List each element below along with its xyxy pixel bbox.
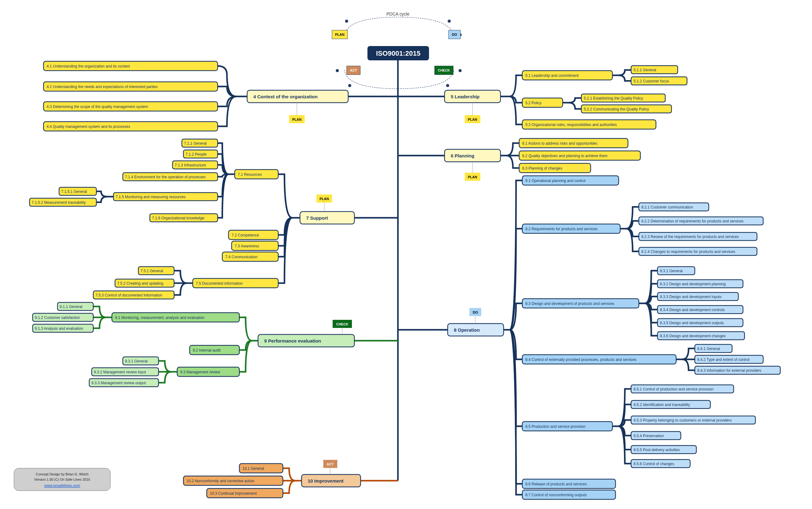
svg-text:5.2.2  Communicating the Quali: 5.2.2 Communicating the Quality Policy [584, 107, 649, 111]
svg-text:5.1    Leadership and commitme: 5.1 Leadership and commitment [525, 73, 579, 78]
svg-text:8.3.5  Design and development : 8.3.5 Design and development outputs [660, 321, 724, 325]
node-5-1-1: 5.1.1 General [631, 66, 678, 74]
svg-text:8.5    Production and service : 8.5 Production and service provision [525, 425, 585, 429]
svg-text:6      Planning: 6 Planning [451, 153, 474, 158]
svg-text:8.6    Release of products and: 8.6 Release of products and services [525, 482, 587, 486]
node-8-5: 8.5 Production and service provision [522, 421, 613, 431]
svg-text:ACT: ACT [350, 68, 357, 72]
node-8-2-2: 8.2.2 Determination of requirements for … [639, 217, 763, 225]
pdca-title: PDCA cycle [386, 11, 409, 16]
section-10: 10 Improvement [301, 474, 361, 487]
svg-text:5      Leadership: 5 Leadership [451, 94, 480, 99]
section-9: 9 Performance evaluation [258, 335, 355, 347]
node-9-3-1: 9.3.1 General [123, 357, 158, 365]
node-8-1: 8.1 Operational planning and control [522, 176, 619, 185]
svg-text:8.1    Operational planning an: 8.1 Operational planning and control [525, 178, 585, 183]
svg-text:7.5.1  General: 7.5.1 General [141, 269, 163, 273]
node-5-1: 5.1 Leadership and commitment [522, 71, 613, 80]
svg-text:7.1.5  Monitoring and measurin: 7.1.5 Monitoring and measuring resources [116, 195, 186, 199]
node-10-2: 10.2 Nonconformity and corrective action [183, 476, 283, 485]
svg-text:DO: DO [452, 33, 457, 36]
svg-point-0 [345, 20, 348, 23]
svg-text:5.3    Organizational roles, r: 5.3 Organizational roles, responsibiliti… [525, 123, 617, 127]
node-8-5-6: 8.5.6 Control of changes [631, 460, 690, 468]
svg-text:4.3    Determining the scope o: 4.3 Determining the scope of the quality… [47, 105, 148, 109]
node-5-2-1: 5.2.1 Establishing the Quality Policy [581, 94, 665, 102]
credits-link[interactable]: www.onsafelines.com [44, 483, 80, 488]
node-8-7: 8.7 Control of nonconforming outputs [522, 490, 616, 499]
svg-text:6.2    Quality objectives and : 6.2 Quality objectives and planning to a… [522, 154, 607, 158]
node-8-4-3: 8.4.3 Information for external providers [695, 366, 780, 374]
node-7-4: 7.4 Communication [222, 252, 278, 261]
svg-text:8.5.2  Identification and trac: 8.5.2 Identification and traceability [634, 403, 690, 407]
node-7-1-4: 7.1.4 Environment for the operation of p… [123, 173, 218, 181]
svg-text:7.4    Communication: 7.4 Communication [225, 255, 257, 259]
svg-text:8.3.6  Design and development : 8.3.6 Design and development changes [660, 334, 726, 338]
svg-text:PLAN: PLAN [468, 175, 477, 179]
svg-text:9.3.1  General: 9.3.1 General [125, 359, 148, 363]
node-8-3-3: 8.3.3 Design and development inputs [658, 293, 738, 301]
svg-text:8.3.4  Design and development : 8.3.4 Design and development controls [660, 308, 725, 312]
svg-text:8.3    Design and development : 8.3 Design and development of products a… [525, 302, 614, 306]
node-8-5-2: 8.5.2 Identification and traceability [631, 400, 710, 408]
node-7-5-1: 7.5.1 General [138, 267, 174, 275]
svg-text:7.1.4  Environment for the ope: 7.1.4 Environment for the operation of p… [125, 175, 206, 179]
svg-text:8.4.3  Information for externa: 8.4.3 Information for external providers [697, 368, 761, 373]
svg-text:9.3.2  Management review input: 9.3.2 Management review input [94, 370, 146, 374]
svg-text:5.1.2  Customer focus: 5.1.2 Customer focus [634, 79, 669, 83]
svg-text:7      Support: 7 Support [306, 215, 328, 220]
node-8-2: 8.2 Requirements for products and servic… [522, 224, 620, 233]
svg-point-5 [458, 69, 462, 72]
node-4-1: 4.1 Understanding the organization and i… [43, 61, 218, 71]
mindmap-canvas: PDCA cycle PLAN DO ACT CHECK ISO9001:201… [0, 0, 812, 509]
svg-text:8.5.6  Control of changes: 8.5.6 Control of changes [634, 462, 674, 466]
svg-text:4.4    Quality management syst: 4.4 Quality management system and its pr… [47, 125, 130, 129]
node-8-3: 8.3 Design and development of products a… [522, 299, 639, 308]
node-7-1-5-1: 7.1.5.1 General [59, 187, 97, 195]
node-7-5-3: 7.5.3 Control of documented Information [93, 291, 174, 299]
svg-text:8.3.1  General: 8.3.1 General [660, 269, 683, 273]
svg-text:7.1.6  Organizational knowledg: 7.1.6 Organizational knowledge [152, 216, 204, 220]
svg-text:10.1    General: 10.1 General [243, 466, 264, 471]
node-4-3: 4.3 Determining the scope of the quality… [43, 102, 218, 111]
node-8-2-4: 8.2.4 Changes to requirements for produc… [639, 247, 757, 256]
node-9-1-1: 9.1.1 General [58, 302, 93, 310]
svg-text:8.2    Requirements for produc: 8.2 Requirements for products and servic… [525, 227, 597, 231]
svg-text:9.3.3  Management review outpu: 9.3.3 Management review output [91, 381, 146, 385]
tag-plan-4: PLAN [289, 115, 305, 123]
svg-text:PLAN: PLAN [292, 117, 301, 121]
node-8-3-5: 8.3.5 Design and development outputs [658, 318, 743, 327]
svg-text:10.3    Continual Improvement: 10.3 Continual Improvement [210, 491, 257, 496]
svg-text:8.2.1  Customer communication: 8.2.1 Customer communication [641, 205, 693, 209]
svg-point-1 [448, 20, 451, 23]
svg-text:8.2.4  Changes to requirements: 8.2.4 Changes to requirements for produc… [641, 249, 735, 254]
svg-text:7.1.3  Infrastructure: 7.1.3 Infrastructure [175, 163, 206, 167]
node-4-2: 4.2 Understanding the needs and expectat… [43, 82, 218, 91]
svg-text:CHECK: CHECK [438, 68, 450, 72]
section-5: 5 Leadership [445, 90, 501, 103]
svg-text:CHECK: CHECK [336, 322, 348, 326]
node-7-3: 7.3 Awareness [232, 241, 278, 250]
node-7-1-2: 7.1.2 People [183, 150, 218, 158]
svg-text:9      Performance evaluation: 9 Performance evaluation [264, 338, 321, 343]
node-8-4: 8.4 Control of externally provided proce… [522, 355, 676, 364]
node-10-1: 10.1 General [239, 464, 283, 473]
section-8: 8 Operation [448, 324, 504, 336]
svg-text:7.1.1  General: 7.1.1 General [184, 141, 207, 146]
svg-text:8.5.1  Control of production a: 8.5.1 Control of production and service … [634, 387, 713, 392]
svg-text:10.2    Nonconformity and corr: 10.2 Nonconformity and corrective action [187, 479, 254, 483]
pdca-plan: PLAN [332, 30, 347, 39]
node-9-1-2: 9.1.2 Customer satisfaction [33, 313, 93, 321]
svg-text:6.1    Actions to address risk: 6.1 Actions to address risks and opportu… [522, 141, 597, 146]
svg-text:9.1    Monitoring, measurement: 9.1 Monitoring, measurement, analysis an… [115, 315, 205, 320]
root-node: ISO9001:2015 [367, 46, 429, 60]
node-9-3: 9.3 Management review [177, 367, 239, 376]
node-8-4-1: 8.4.1 General [695, 344, 732, 352]
svg-point-7 [336, 69, 339, 72]
svg-text:9.3    Management review: 9.3 Management review [180, 370, 220, 374]
svg-text:8.5.3  Property belonging to c: 8.5.3 Property belonging to customers or… [634, 418, 732, 422]
svg-text:7.1.5.2  Measurement traceabil: 7.1.5.2 Measurement traceability [32, 200, 86, 205]
node-8-2-3: 8.2.3 Review of the requirements for pro… [639, 232, 757, 240]
section-7: 7 Support [300, 211, 355, 224]
node-8-6: 8.6 Release of products and services [522, 479, 616, 488]
